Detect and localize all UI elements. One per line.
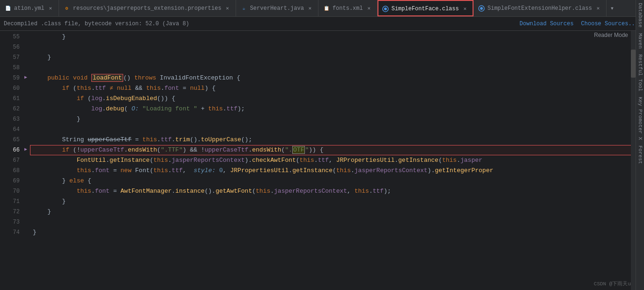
svg-point-3 bbox=[480, 7, 483, 10]
tab-fonts-xml[interactable]: 📋 fonts.xml ✕ bbox=[318, 0, 378, 16]
gutter-icon bbox=[22, 226, 30, 237]
code-line-55: } bbox=[30, 32, 644, 42]
code-line-71: } bbox=[30, 196, 644, 207]
svg-point-1 bbox=[384, 7, 387, 10]
sidebar-label-restful[interactable]: Restful Tool bbox=[637, 51, 644, 94]
tab-label: ServerHeart.java bbox=[250, 5, 304, 12]
line-num: 70 bbox=[2, 186, 20, 196]
code-line-65: String upperCaseTtf = this.ttf.trim().to… bbox=[30, 135, 644, 145]
sidebar-label-maven[interactable]: Maven bbox=[637, 30, 644, 51]
java-icon: ☕ bbox=[241, 5, 247, 12]
line-num: 67 bbox=[2, 155, 20, 166]
tab-close-btn[interactable]: ✕ bbox=[307, 5, 313, 12]
code-line-67: FontUtil.getInstance(this.jasperReportsC… bbox=[30, 155, 644, 166]
properties-icon: ⚙ bbox=[64, 5, 70, 12]
xml-icon: 📋 bbox=[323, 5, 330, 12]
tab-simplefontface[interactable]: SimpleFontFace.class ✕ bbox=[378, 0, 474, 16]
gutter-icon bbox=[22, 175, 30, 185]
tab-label: SimpleFontFace.class bbox=[392, 6, 459, 12]
code-line-57: } bbox=[30, 52, 644, 63]
line-num: 73 bbox=[2, 217, 20, 227]
tab-close-btn[interactable]: ✕ bbox=[224, 5, 231, 12]
scroll-thumb[interactable] bbox=[631, 50, 636, 78]
line-num: 74 bbox=[2, 227, 20, 238]
tab-jasperreports[interactable]: ⚙ resources\jasperreports_extension.prop… bbox=[59, 0, 236, 16]
code-line-68: this.font = new Font(this.ttf, style: 0,… bbox=[30, 166, 644, 176]
gutter-icon bbox=[22, 165, 30, 175]
gutter: ▶ ▶ bbox=[22, 31, 30, 290]
line-num: 55 bbox=[2, 32, 20, 42]
line-num: 66 bbox=[2, 145, 20, 155]
tab-overflow-btn[interactable]: ▾ bbox=[607, 4, 618, 12]
line-num: 62 bbox=[2, 104, 20, 114]
gutter-icon bbox=[22, 134, 30, 144]
info-bar: Decompiled .class file, bytecode version… bbox=[0, 17, 644, 31]
gutter-icon bbox=[22, 113, 30, 123]
line-num: 63 bbox=[2, 114, 20, 124]
choose-sources-link[interactable]: Choose Sources... bbox=[581, 21, 638, 27]
code-line-60: if (this.ttf ≠ null && this.font = null)… bbox=[30, 83, 644, 94]
line-num: 69 bbox=[2, 176, 20, 186]
gutter-icon bbox=[22, 103, 30, 113]
code-line-72: } bbox=[30, 207, 644, 217]
line-num: 72 bbox=[2, 207, 20, 217]
breakpoint-icon[interactable]: ▶ bbox=[22, 72, 30, 82]
sidebar-label-key-promoter[interactable]: Key Promoter X bbox=[637, 94, 644, 143]
code-line-61: if (log.isDebugEnabled()) { bbox=[30, 94, 644, 104]
code-line-59: public void loadFont() throws InvalidFon… bbox=[30, 73, 644, 83]
gutter-icon bbox=[22, 123, 30, 134]
gutter-icon bbox=[22, 51, 30, 62]
tab-serverheart[interactable]: ☕ ServerHeart.java ✕ bbox=[236, 0, 318, 16]
code-line-56 bbox=[30, 42, 644, 52]
file-icon: 📄 bbox=[5, 5, 11, 12]
line-num: 71 bbox=[2, 196, 20, 207]
sidebar-label-forest[interactable]: Forest bbox=[637, 143, 644, 167]
tab-label: resources\jasperreports_extension.proper… bbox=[73, 5, 222, 12]
tab-close-btn[interactable]: ✕ bbox=[595, 5, 601, 12]
info-bar-actions: Download Sources Choose Sources... bbox=[519, 21, 638, 27]
tab-simplefontextensionhelper[interactable]: SimpleFontExtensionHelper.class ✕ bbox=[474, 0, 607, 16]
code-line-70: this.font = AwtFontManager.instance().ge… bbox=[30, 186, 644, 196]
line-num: 58 bbox=[2, 63, 20, 73]
gutter-icon bbox=[22, 196, 30, 206]
code-line-63: } bbox=[30, 114, 644, 124]
code-area: 55 56 57 58 59 60 61 62 63 64 65 66 67 6… bbox=[0, 31, 644, 290]
code-line-69: } else { bbox=[30, 176, 644, 186]
gutter-icon bbox=[22, 206, 30, 216]
scroll-indicator bbox=[631, 31, 636, 290]
right-sidebar: Database Maven Restful Tool Key Promoter… bbox=[636, 0, 644, 290]
tab-label: fonts.xml bbox=[333, 5, 363, 12]
download-sources-link[interactable]: Download Sources bbox=[519, 21, 573, 27]
code-line-62: log.debug( O: "Loading font " + this.ttf… bbox=[30, 104, 644, 114]
code-content[interactable]: } } public void loadFont() throws Invali… bbox=[30, 31, 644, 290]
line-num: 59 bbox=[2, 73, 20, 83]
sidebar-label-database[interactable]: Database bbox=[637, 0, 644, 30]
tab-close-btn[interactable]: ✕ bbox=[462, 6, 468, 12]
gutter-icon bbox=[22, 154, 30, 165]
line-num: 57 bbox=[2, 52, 20, 63]
gutter-icon bbox=[22, 31, 30, 41]
watermark: CSDN @下雨天u bbox=[594, 280, 631, 287]
tab-close-btn[interactable]: ✕ bbox=[47, 5, 54, 12]
decompiled-info: Decompiled .class file, bytecode version… bbox=[4, 21, 189, 27]
line-num: 65 bbox=[2, 135, 20, 145]
breakpoint-icon-66[interactable]: ▶ bbox=[22, 144, 30, 154]
tab-close-btn[interactable]: ✕ bbox=[366, 5, 372, 12]
gutter-icon bbox=[22, 216, 30, 226]
code-line-74: } bbox=[30, 227, 644, 238]
line-num: 68 bbox=[2, 166, 20, 176]
tab-label: SimpleFontExtensionHelper.class bbox=[488, 5, 592, 12]
code-line-58 bbox=[30, 63, 644, 73]
line-num: 61 bbox=[2, 94, 20, 104]
code-line-66: if (!upperCaseTtf.endsWith(".TTF") && !u… bbox=[30, 145, 644, 155]
code-line-64 bbox=[30, 124, 644, 135]
gutter-icon bbox=[22, 41, 30, 51]
gutter-icon bbox=[22, 62, 30, 72]
gutter-icon bbox=[22, 93, 30, 103]
class-icon-2 bbox=[478, 5, 485, 12]
tab-ation-yml[interactable]: 📄 ation.yml ✕ bbox=[0, 0, 59, 16]
gutter-icon bbox=[22, 185, 30, 196]
gutter-icon bbox=[22, 82, 30, 93]
tab-bar: 📄 ation.yml ✕ ⚙ resources\jasperreports_… bbox=[0, 0, 644, 17]
line-num: 60 bbox=[2, 83, 20, 94]
